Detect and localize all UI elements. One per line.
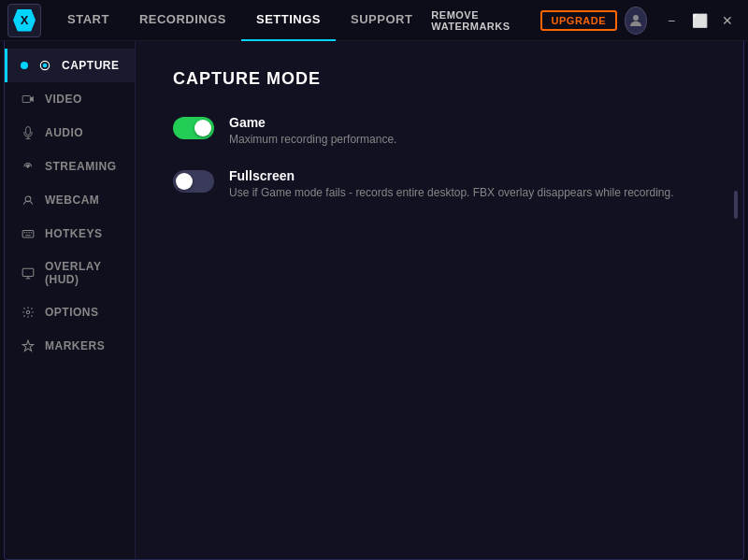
sidebar-item-streaming[interactable]: STREAMING — [5, 150, 135, 183]
scrollbar-handle[interactable] — [734, 191, 738, 219]
game-toggle-thumb — [194, 120, 211, 136]
sidebar-item-audio[interactable]: AUDIO — [5, 116, 135, 150]
svg-point-0 — [633, 15, 639, 21]
sidebar-video-label: VIDEO — [45, 93, 82, 106]
streaming-icon — [21, 159, 36, 174]
sidebar-item-markers[interactable]: MARKERS — [5, 329, 135, 363]
svg-point-15 — [26, 310, 30, 314]
sidebar-overlay-label: OVERLAY (HUD) — [45, 260, 122, 286]
sidebar-audio-label: AUDIO — [45, 126, 83, 139]
main-layout: CAPTURE VIDEO AUDIO — [4, 41, 744, 560]
avatar-button[interactable] — [625, 7, 647, 35]
upgrade-button[interactable]: UPGRADE — [540, 10, 618, 31]
sidebar-item-video[interactable]: VIDEO — [5, 82, 135, 116]
svg-rect-6 — [22, 231, 34, 238]
sidebar: CAPTURE VIDEO AUDIO — [5, 41, 136, 559]
game-option-desc: Maximum recording performance. — [229, 133, 396, 146]
options-icon — [21, 305, 36, 320]
webcam-icon — [21, 193, 36, 208]
nav-tabs: START RECORDINGS SETTINGS SUPPORT — [52, 0, 427, 41]
minimize-button[interactable]: − — [658, 7, 684, 34]
content-area: CAPTURE MODE Game Maximum recording perf… — [136, 41, 743, 559]
sidebar-options-label: OPTIONS — [45, 306, 99, 319]
logo-icon: X — [13, 9, 36, 32]
sidebar-capture-label: CAPTURE — [62, 59, 120, 72]
close-button[interactable]: ✕ — [714, 7, 741, 34]
window-controls: − ⬜ ✕ — [658, 7, 741, 34]
hotkeys-icon — [21, 226, 36, 241]
fullscreen-toggle[interactable] — [173, 170, 214, 193]
tab-support[interactable]: SUPPORT — [336, 0, 427, 41]
svg-rect-12 — [22, 268, 34, 276]
fullscreen-option-label: Fullscreen — [229, 168, 674, 183]
svg-point-4 — [27, 165, 29, 167]
active-indicator — [21, 62, 28, 69]
capture-icon — [37, 58, 52, 73]
tab-recordings[interactable]: RECORDINGS — [124, 0, 241, 41]
video-icon — [21, 92, 36, 107]
page-title: CAPTURE MODE — [173, 69, 706, 89]
tab-settings[interactable]: SETTINGS — [241, 0, 336, 41]
audio-icon — [21, 125, 36, 140]
fullscreen-option-text: Fullscreen Use if Game mode fails - reco… — [229, 168, 674, 199]
fullscreen-toggle-thumb — [176, 173, 193, 190]
sidebar-markers-label: MARKERS — [45, 339, 105, 352]
overlay-icon — [21, 266, 36, 280]
titlebar: X START RECORDINGS SETTINGS SUPPORT REMO… — [0, 0, 748, 41]
sidebar-item-capture[interactable]: CAPTURE — [5, 49, 135, 82]
sidebar-streaming-label: STREAMING — [45, 160, 117, 173]
svg-point-2 — [43, 64, 48, 68]
fullscreen-option-desc: Use if Game mode fails - records entire … — [229, 186, 674, 199]
sidebar-item-hotkeys[interactable]: HOTKEYS — [5, 217, 135, 251]
remove-watermarks-link[interactable]: REMOVE WATERMARKS — [431, 9, 532, 32]
sidebar-item-options[interactable]: OPTIONS — [5, 295, 135, 329]
titlebar-right: REMOVE WATERMARKS UPGRADE − ⬜ ✕ — [431, 7, 741, 35]
game-option-row: Game Maximum recording performance. — [173, 115, 706, 146]
maximize-button[interactable]: ⬜ — [686, 7, 712, 34]
fullscreen-option-row: Fullscreen Use if Game mode fails - reco… — [173, 168, 706, 199]
markers-icon — [21, 338, 36, 353]
logo-x-letter: X — [21, 14, 29, 26]
game-option-text: Game Maximum recording performance. — [229, 115, 396, 146]
svg-rect-3 — [22, 96, 30, 103]
sidebar-webcam-label: WEBCAM — [45, 194, 99, 207]
game-option-label: Game — [229, 115, 396, 130]
sidebar-item-webcam[interactable]: WEBCAM — [5, 183, 135, 217]
tab-start[interactable]: START — [52, 0, 124, 41]
sidebar-hotkeys-label: HOTKEYS — [45, 227, 103, 240]
game-toggle[interactable] — [173, 117, 214, 139]
logo-button[interactable]: X — [7, 4, 41, 37]
sidebar-item-overlay[interactable]: OVERLAY (HUD) — [5, 251, 135, 295]
